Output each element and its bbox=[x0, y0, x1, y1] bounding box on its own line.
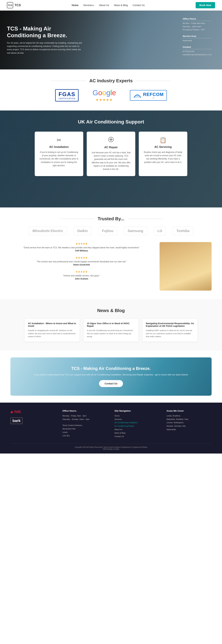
footer-hours-weekday: Monday - Friday: 8am - 6pm bbox=[62, 414, 108, 418]
nav-contact[interactable]: Contact Us bbox=[133, 4, 145, 6]
servicing-icon: 📋 bbox=[143, 137, 183, 144]
footer-areas-title: Areas We Cover bbox=[166, 410, 211, 412]
footer-web-design: Web Design in Duda bbox=[11, 448, 211, 450]
footer-address-1: Temp Control Solutions bbox=[62, 424, 108, 427]
review-2: ★★★★★ "The service was very professional… bbox=[11, 256, 153, 266]
reviews-photo-inner bbox=[160, 242, 211, 290]
refcom-text: REFCOM ® bbox=[143, 92, 164, 99]
footer-nav-news[interactable]: News & Blog bbox=[114, 431, 160, 435]
nav-about[interactable]: About Us bbox=[99, 4, 109, 6]
service-area-box: Service Area Nationwide bbox=[183, 35, 211, 42]
footer-nav-installation[interactable]: Air Conditioning Installation bbox=[114, 421, 160, 424]
review-2-author: Helen Goodchild bbox=[11, 264, 153, 266]
uk-support-section: UK Air Conditioning Support ✂ AC Install… bbox=[0, 110, 222, 208]
refcom-arc-svg bbox=[133, 93, 142, 98]
footer-hours-title: Office Hours: bbox=[62, 410, 108, 412]
reviews-list: ★★★★★ "Great service from the team at TC… bbox=[11, 242, 153, 284]
nav-home[interactable]: Home bbox=[72, 4, 78, 6]
news-title: News & Blog bbox=[11, 308, 211, 313]
review-1: ★★★★★ "Great service from the team at TC… bbox=[11, 242, 153, 252]
news-card-3-title: Navigating Environmental Responsibility:… bbox=[146, 322, 194, 327]
book-now-button[interactable]: Book Now bbox=[196, 2, 215, 8]
news-card-1-desc: A guide to navigating the current AC sol… bbox=[28, 329, 76, 338]
uk-support-title: UK Air Conditioning Support bbox=[78, 119, 144, 125]
trusted-logo-4: Samsung bbox=[124, 227, 147, 235]
contact-details: 07702341446sales@tempcontrolsolutions.co… bbox=[183, 50, 211, 56]
reviews-section: ★★★★★ "Great service from the team at TC… bbox=[11, 242, 211, 290]
refcom-logo: REFCOM ® bbox=[130, 90, 167, 100]
trusted-logo-1: Mitsubishi Electric bbox=[29, 227, 67, 235]
footer-bottom: Copyright 2023 All Rights Reserved | Tem… bbox=[11, 443, 211, 450]
yell-logo: Yell. bbox=[11, 410, 56, 414]
office-hours-title: Office Hours bbox=[183, 18, 211, 21]
reviews-photo bbox=[160, 242, 211, 290]
news-card-1[interactable]: AC Installation - Where to Invest and Wh… bbox=[24, 318, 80, 342]
news-section: News & Blog AC Installation - Where to I… bbox=[0, 299, 222, 350]
footer-nav-about[interactable]: About Us bbox=[114, 428, 160, 431]
contact-title: Contact bbox=[183, 46, 211, 49]
footer-copyright: Copyright 2023 All Rights Reserved | Tem… bbox=[11, 446, 211, 448]
news-card-2[interactable]: 10 Signs Your Office is in Need of HVAC … bbox=[83, 318, 139, 342]
footer-col-nav: Site Navigation Home Services Air Condit… bbox=[114, 410, 160, 438]
yell-triangle bbox=[11, 410, 13, 413]
footer-areas-4: Newark, Grimsby, Hull, bbox=[166, 424, 211, 428]
cta-contact-button[interactable]: Contact Us bbox=[99, 380, 123, 387]
nav-services[interactable]: Services bbox=[83, 4, 94, 6]
google-stars: ★★★★★ bbox=[96, 98, 113, 102]
servicing-desc: Routine check-ups and diagnosis of fault… bbox=[143, 151, 183, 164]
footer-col-brand: Yell. bark bbox=[11, 410, 56, 438]
installation-desc: If you're looking to set up Air Conditio… bbox=[39, 151, 79, 167]
hero-description: For 16 years, we've helped the UK stay c… bbox=[7, 42, 83, 55]
footer-areas-1: Leeds, Bradford, bbox=[166, 414, 211, 418]
footer-areas-2: Wakefield, Sheffield, York, bbox=[166, 418, 211, 421]
hero-title: TCS - Making Air Conditioning a Breeze. bbox=[7, 25, 83, 38]
footer-col-areas: Areas We Cover Leeds, Bradford, Wakefiel… bbox=[166, 410, 211, 438]
review-2-stars: ★★★★★ bbox=[11, 256, 153, 260]
news-card-1-title: AC Installation - Where to Invest and Wh… bbox=[28, 322, 76, 327]
google-logo: Google ★★★★★ bbox=[92, 89, 116, 102]
review-3-author: John Graham bbox=[11, 278, 153, 280]
service-area-title: Service Area bbox=[183, 35, 211, 38]
office-hours-lines: Monday - Friday 8am-4pmSaturday - 10am-4… bbox=[183, 22, 211, 31]
main-nav: TCS TCS Home Services About Us News & Bl… bbox=[0, 0, 222, 10]
cta-description: If you want to understand how TCS can su… bbox=[21, 373, 201, 376]
review-3-stars: ★★★★★ bbox=[11, 270, 153, 274]
installation-icon: ✂ bbox=[39, 137, 79, 144]
trusted-title: Trusted By... bbox=[11, 216, 211, 222]
experts-title: AC Industry Experts bbox=[11, 78, 211, 84]
footer-nav-contact[interactable]: Contact Us bbox=[114, 435, 160, 438]
google-text: Google bbox=[92, 89, 116, 97]
news-card-3-desc: Installing HVAC systems is what we do, b… bbox=[146, 329, 194, 338]
logo-icon: TCS bbox=[7, 2, 13, 8]
footer-nav-home[interactable]: Home bbox=[114, 414, 160, 418]
footer-areas-5: Nationwide bbox=[166, 428, 211, 431]
footer-top: Yell. bark Office Hours: Monday - Friday… bbox=[11, 410, 211, 438]
hero-content: TCS - Making Air Conditioning a Breeze. … bbox=[7, 25, 83, 55]
nav-news[interactable]: News & Blog bbox=[114, 4, 128, 6]
footer-nav-repair[interactable]: Air Conditioning Repair bbox=[114, 424, 160, 428]
card-installation: ✂ AC Installation If you're looking to s… bbox=[35, 132, 83, 176]
footer-address-4: LS4 2EJ bbox=[62, 434, 108, 438]
cta-title: TCS - Making Air Conditioning a Breeze. bbox=[21, 366, 201, 371]
office-hours-box: Office Hours Monday - Friday 8am-4pmSatu… bbox=[183, 18, 211, 31]
refcom-main-text: REFCOM bbox=[143, 92, 164, 97]
trusted-logo-5: LG bbox=[154, 227, 166, 235]
news-card-2-title: 10 Signs Your Office is in Need of HVAC … bbox=[87, 322, 135, 327]
footer-col-hours: Office Hours: Monday - Friday: 8am - 6pm… bbox=[62, 410, 108, 438]
review-2-quote: "The service was very professional and I… bbox=[11, 260, 153, 263]
trusted-section: Trusted By... Mitsubishi Electric Daikin… bbox=[0, 208, 222, 299]
review-3: ★★★★★ "Honest and reliable service, nice… bbox=[11, 270, 153, 280]
logo[interactable]: TCS TCS bbox=[7, 2, 21, 8]
footer-nav-services[interactable]: Services bbox=[114, 418, 160, 421]
fgas-logo: FGAS CERTIFICATION bbox=[55, 89, 79, 102]
trusted-logo-3: Fujitsu bbox=[98, 227, 117, 235]
bark-logo: bark bbox=[11, 418, 23, 424]
news-card-3[interactable]: Navigating Environmental Responsibility:… bbox=[142, 318, 198, 342]
footer-address-3: Leeds bbox=[62, 431, 108, 434]
review-1-stars: ★★★★★ bbox=[11, 242, 153, 245]
nav-links: Home Services About Us News & Blog Conta… bbox=[72, 4, 145, 6]
repair-fan-svg bbox=[108, 137, 114, 142]
news-cards: AC Installation - Where to Invest and Wh… bbox=[11, 318, 211, 342]
hero-section: TCS - Making Air Conditioning a Breeze. … bbox=[0, 10, 222, 70]
fgas-text: FGAS bbox=[59, 91, 75, 98]
